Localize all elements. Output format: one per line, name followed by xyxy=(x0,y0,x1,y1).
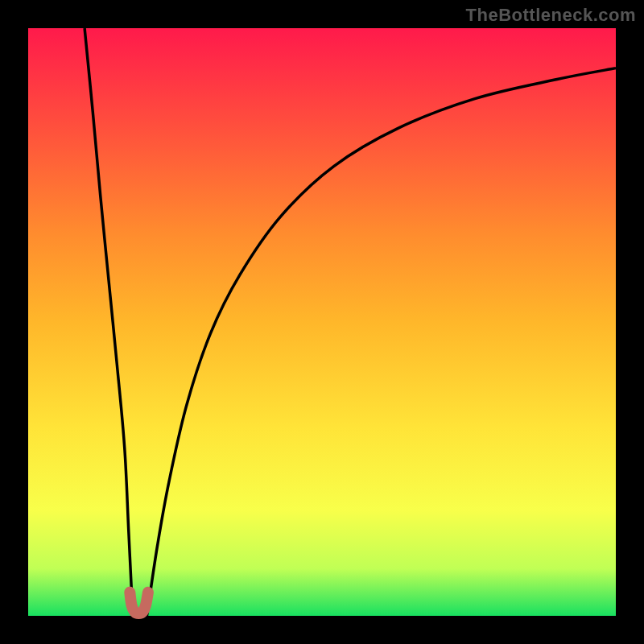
outer-frame: TheBottleneck.com xyxy=(0,0,644,644)
left-branch-curve xyxy=(85,28,133,616)
bottom-marker-curve xyxy=(130,592,148,613)
plot-area xyxy=(28,28,616,616)
watermark-label: TheBottleneck.com xyxy=(466,5,636,26)
curves-svg xyxy=(28,28,616,616)
right-branch-curve xyxy=(147,68,616,616)
